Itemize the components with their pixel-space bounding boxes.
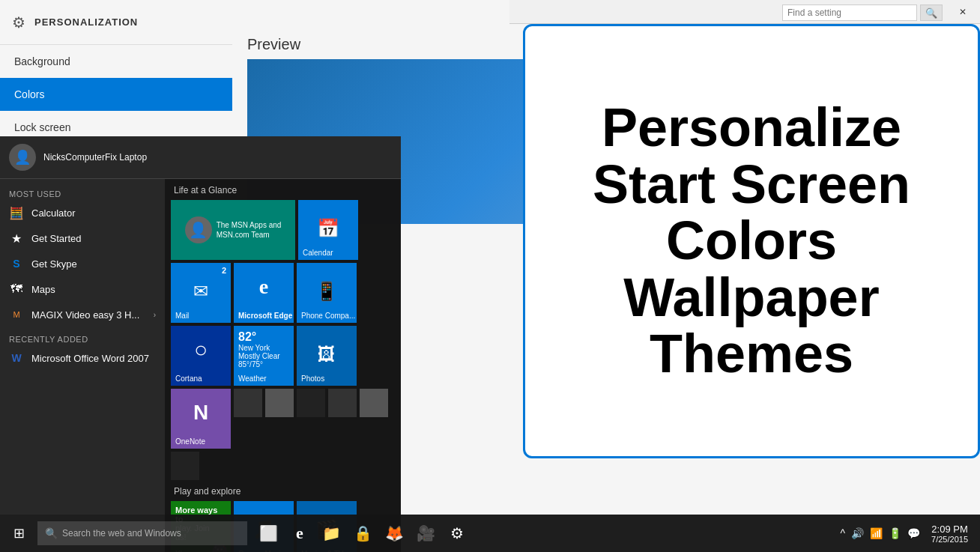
glance-tiles-grid: 👤 The MSN Apps andMSN.com Team 📅 Calenda… [171,200,395,480]
mail-tile-label: Mail [175,312,189,320]
start-left-panel: Most used 🧮 Calculator ★ Get Started S G… [0,179,165,552]
search-icon[interactable]: 🔍 [920,4,943,21]
small-tile-3[interactable] [297,389,325,417]
user-name: NicksComputerFix Laptop [43,152,147,163]
get-started-icon: ★ [9,231,24,246]
notification-tray-icon[interactable]: 💬 [905,527,922,539]
word-label: Microsoft Office Word 2007 [31,353,149,364]
volume-tray-icon[interactable]: 🔊 [849,527,866,539]
edge-tile[interactable]: e Microsoft Edge [234,263,294,323]
start-item-skype[interactable]: S Get Skype [0,251,165,276]
tray-clock[interactable]: 2:09 PM 7/25/2015 [925,524,974,544]
title-search-area: 🔍 [782,4,943,21]
get-started-label: Get Started [31,233,81,244]
photos-tile[interactable]: 🖼 Photos [297,326,357,386]
phone-tile-icon: 📱 [315,281,338,302]
magix-arrow-icon: › [154,311,156,319]
chevron-tray-icon[interactable]: ^ [838,527,847,539]
start-item-get-started[interactable]: ★ Get Started [0,225,165,251]
firefox-taskbar-icon[interactable]: 🦊 [379,515,409,552]
small-tile-5[interactable] [360,389,388,417]
close-button[interactable]: ✕ [946,0,980,24]
user-avatar: 👤 [9,144,36,171]
start-body: Most used 🧮 Calculator ★ Get Started S G… [0,179,401,552]
weather-tile[interactable]: 82° New York Mostly Clear 85°/75° Weathe… [234,326,294,386]
word-icon: W [9,351,24,366]
store-taskbar-icon[interactable]: 🔒 [348,515,378,552]
maps-label: Maps [31,284,55,295]
most-used-title: Most used [0,185,165,200]
edge-taskbar-icon[interactable]: e [285,515,315,552]
calendar-tile[interactable]: 📅 Calendar [298,200,358,260]
play-explore-title: Play and explore [171,486,395,497]
start-user-bar: 👤 NicksComputerFix Laptop [0,136,401,179]
search-icon: 🔍 [45,527,58,539]
photos-tile-label: Photos [301,374,324,383]
network-tray-icon[interactable]: 📶 [868,527,885,539]
phone-tile[interactable]: 📱 Phone Compa... [297,263,357,323]
mail-tile[interactable]: ✉ 2 Mail [171,263,231,323]
start-button[interactable]: ⊞ [0,515,37,552]
magix-icon: M [9,307,24,322]
camera-taskbar-icon[interactable]: 🎥 [411,515,441,552]
skype-icon: S [9,256,24,271]
taskbar-search-input[interactable] [62,528,240,539]
start-menu: 👤 NicksComputerFix Laptop Most used 🧮 Ca… [0,136,401,515]
small-tile-4[interactable] [328,389,357,417]
start-item-calculator[interactable]: 🧮 Calculator [0,200,165,225]
calendar-tile-icon: 📅 [317,218,339,239]
edge-tile-label: Microsoft Edge [238,312,292,320]
skype-label: Get Skype [31,258,77,270]
msn-tile[interactable]: 👤 The MSN Apps andMSN.com Team [171,200,295,260]
life-at-glance-title: Life at a Glance [171,185,395,195]
tray-date: 7/25/2015 [931,535,968,544]
photos-tile-icon: 🖼 [318,344,336,365]
find-setting-input[interactable] [782,4,917,21]
start-item-word[interactable]: W Microsoft Office Word 2007 [0,345,165,371]
cortana-tile-label: Cortana [175,374,202,383]
weather-tile-label: Weather [238,374,267,383]
recently-added-title: Recently added [0,330,165,345]
start-item-magix[interactable]: M MAGIX Video easy 3 H... › [0,302,165,327]
small-tile-1[interactable] [234,389,262,417]
taskbar-tray: ^ 🔊 📶 🔋 💬 2:09 PM 7/25/2015 [838,524,980,544]
phone-tile-label: Phone Compa... [301,312,355,320]
taskbar-icons: ⬜ e 📁 🔒 🦊 🎥 ⚙ [253,515,472,552]
mail-tile-icon: ✉ [193,281,208,302]
magix-label: MAGIX Video easy 3 H... [31,309,139,321]
onenote-tile[interactable]: N OneNote [171,389,231,449]
taskbar-search-box[interactable]: 🔍 [37,521,247,545]
start-item-maps[interactable]: 🗺 Maps [0,276,165,302]
info-box-text: PersonalizeStart ScreenColorsWallpaperTh… [593,100,910,383]
calculator-icon: 🧮 [9,205,24,220]
tray-icons-group: ^ 🔊 📶 🔋 💬 [838,527,922,539]
maps-icon: 🗺 [9,282,24,297]
start-right-panel: Life at a Glance 👤 The MSN Apps andMSN.c… [165,179,401,552]
cortana-tile[interactable]: ○ Cortana [171,326,231,386]
settings-title: PERSONALIZATION [34,16,138,28]
calendar-tile-label: Calendar [303,249,333,257]
gear-taskbar-icon[interactable]: ⚙ [442,515,472,552]
gear-icon: ⚙ [12,13,25,31]
battery-tray-icon[interactable]: 🔋 [886,527,904,539]
taskbar: ⊞ 🔍 ⬜ e 📁 🔒 🦊 🎥 ⚙ ^ 🔊 📶 🔋 💬 2:09 PM 7/25… [0,515,980,552]
info-box: PersonalizeStart ScreenColorsWallpaperTh… [523,24,980,458]
mail-badge: 2 [222,266,226,275]
tray-time: 2:09 PM [931,524,967,535]
small-tile-6[interactable] [171,452,199,480]
small-tile-2[interactable] [265,389,294,417]
onenote-tile-label: OneNote [175,437,205,446]
file-explorer-taskbar-icon[interactable]: 📁 [316,515,346,552]
calculator-label: Calculator [31,207,76,219]
task-view-icon[interactable]: ⬜ [253,515,283,552]
